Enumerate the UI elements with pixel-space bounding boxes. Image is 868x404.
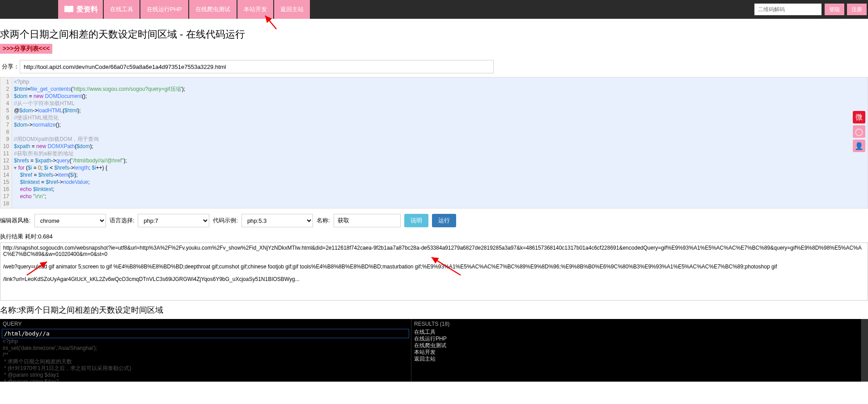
- register-button[interactable]: 注册: [847, 4, 867, 15]
- example-select[interactable]: php:5.3: [241, 214, 313, 227]
- weibo-icon[interactable]: 微: [853, 111, 865, 123]
- example-label: 代码示例:: [213, 217, 238, 225]
- editor-style-select[interactable]: chrome: [34, 214, 106, 227]
- result-item[interactable]: 在线爬虫测试: [411, 342, 868, 349]
- result-item[interactable]: 本站开发: [411, 349, 868, 356]
- logo[interactable]: 爱资料: [58, 0, 103, 19]
- results-pane: RESULTS (18) 在线工具在线运行PHP在线爬虫测试本站开发返回主站: [411, 319, 868, 382]
- panel-scrollbar[interactable]: [861, 319, 868, 382]
- background-code: <?phpini_set('date.timezone','Asia/Shang…: [0, 338, 411, 382]
- search-input[interactable]: [754, 4, 821, 15]
- editor-code[interactable]: <?php$html=file_get_contents('https://ww…: [12, 77, 868, 208]
- nav-site-dev[interactable]: 本站开发: [237, 0, 273, 19]
- page-title: 求两个日期之间相差的天数设定时间区域 - 在线代码运行: [0, 23, 868, 44]
- side-icons: 微 ◯ 👤: [853, 111, 865, 154]
- explain-button[interactable]: 说明: [404, 214, 428, 227]
- nav-crawler-test[interactable]: 在线爬虫测试: [189, 0, 237, 19]
- content: 求两个日期之间相差的天数设定时间区域 - 在线代码运行 >>>分享列表<<< 分…: [0, 19, 868, 382]
- query-pane: QUERY <?phpini_set('date.timezone','Asia…: [0, 319, 411, 382]
- query-header: QUERY: [0, 319, 411, 329]
- topbar: 爱资料 在线工具 在线运行PHP 在线爬虫测试 本站开发 返回主站 登陆 注册: [0, 0, 868, 19]
- nav-back-home[interactable]: 返回主站: [274, 0, 310, 19]
- lang-select[interactable]: php:7: [138, 214, 209, 227]
- github-icon[interactable]: ◯: [853, 125, 865, 138]
- result-item[interactable]: 在线工具: [411, 329, 868, 336]
- result-label: 执行结果 耗时:0.684: [0, 233, 868, 241]
- query-input[interactable]: [2, 329, 409, 338]
- share-list-link[interactable]: >>>分享列表<<<: [0, 44, 52, 54]
- run-button[interactable]: 运行: [432, 214, 456, 227]
- name-input[interactable]: [334, 214, 401, 227]
- logo-text: 爱资料: [76, 5, 98, 14]
- code-editor[interactable]: 123456789101112131415161718 <?php$html=f…: [0, 77, 868, 208]
- lang-label: 语言选择:: [110, 217, 135, 225]
- editor-style-label: 编辑器风格:: [0, 217, 31, 225]
- share-url-input[interactable]: [20, 60, 494, 73]
- result-output[interactable]: http://snapshot.sogoucdn.com/websnapshot…: [0, 242, 868, 301]
- nav-online-tools[interactable]: 在线工具: [104, 0, 140, 19]
- results-header: RESULTS (18): [411, 319, 868, 329]
- editor-gutter: 123456789101112131415161718: [0, 77, 12, 208]
- name-label: 名称:: [317, 217, 330, 225]
- result-name-line: 名称:求两个日期之间相差的天数设定时间区域: [0, 305, 868, 315]
- share-row: 分享：: [0, 60, 868, 73]
- xpath-panel: QUERY <?phpini_set('date.timezone','Asia…: [0, 319, 868, 382]
- result-item[interactable]: 返回主站: [411, 356, 868, 362]
- nav-run-php[interactable]: 在线运行PHP: [140, 0, 188, 19]
- book-icon: [63, 5, 75, 14]
- share-label: 分享：: [0, 63, 20, 71]
- result-item[interactable]: 在线运行PHP: [411, 336, 868, 342]
- toolbar: 编辑器风格: chrome 语言选择: php:7 代码示例: php:5.3 …: [0, 214, 868, 227]
- login-button[interactable]: 登陆: [825, 4, 844, 15]
- service-icon[interactable]: 👤: [853, 140, 865, 152]
